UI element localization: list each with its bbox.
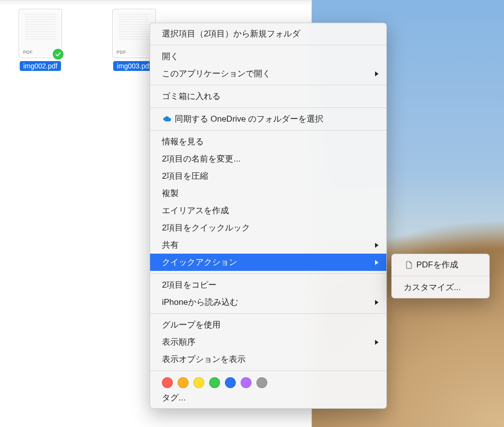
pdf-thumbnail: PDF [19, 9, 62, 58]
tag-color-gray[interactable] [256, 377, 267, 388]
menu-duplicate[interactable]: 複製 [150, 185, 386, 202]
menu-open[interactable]: 開く [150, 48, 386, 65]
tag-color-green[interactable] [209, 377, 220, 388]
menu-separator [150, 107, 386, 108]
submenu-arrow-icon [375, 300, 378, 305]
menu-separator [150, 273, 386, 274]
submenu-arrow-icon [375, 243, 378, 248]
menu-quick-look[interactable]: 2項目をクイックルック [150, 219, 386, 236]
file-name-label: img003.pdf [113, 61, 154, 71]
menu-use-groups[interactable]: グループを使用 [150, 316, 386, 333]
menu-open-with[interactable]: このアプリケーションで開く [150, 65, 386, 82]
menu-separator [150, 85, 386, 85]
menu-get-info[interactable]: 情報を見る [150, 133, 386, 150]
menu-sort-by[interactable]: 表示順序 [150, 333, 386, 351]
menu-show-view-options[interactable]: 表示オプションを表示 [150, 351, 386, 368]
menu-import-from-iphone[interactable]: iPhoneから読み込む [150, 294, 386, 311]
tag-color-orange[interactable] [178, 377, 189, 388]
submenu-arrow-icon [375, 260, 378, 265]
submenu-create-pdf[interactable]: PDFを作成 [392, 256, 489, 273]
finder-toolbar-edge [0, 0, 312, 4]
sync-check-icon [52, 48, 64, 61]
menu-quick-actions[interactable]: クイックアクション [150, 254, 386, 271]
file-type-badge: PDF [117, 50, 126, 55]
menu-onedrive-sync[interactable]: 同期する OneDrive のフォルダーを選択 [150, 110, 386, 128]
file-item[interactable]: PDF img002.pdf [17, 9, 64, 71]
menu-separator [392, 276, 489, 276]
file-type-badge: PDF [23, 50, 33, 55]
menu-separator [150, 370, 386, 371]
submenu-customize[interactable]: カスタマイズ... [392, 279, 489, 296]
menu-copy[interactable]: 2項目をコピー [150, 276, 386, 294]
menu-new-folder-from-selection[interactable]: 選択項目（2項目）から新規フォルダ [150, 25, 386, 42]
menu-tags[interactable]: タグ... [150, 389, 386, 406]
tag-color-blue[interactable] [225, 377, 236, 388]
menu-share[interactable]: 共有 [150, 236, 386, 254]
pdf-document-icon [404, 261, 414, 269]
file-name-label: img002.pdf [20, 61, 61, 71]
tag-color-purple[interactable] [241, 377, 252, 388]
pdf-thumbnail: PDF [112, 9, 156, 58]
submenu-arrow-icon [375, 71, 378, 76]
context-menu: 選択項目（2項目）から新規フォルダ 開く このアプリケーションで開く ゴミ箱に入… [150, 23, 387, 409]
menu-separator [150, 45, 386, 45]
menu-rename[interactable]: 2項目の名前を変更... [150, 150, 386, 167]
menu-separator [150, 313, 386, 314]
tag-color-row [150, 373, 386, 389]
menu-move-to-trash[interactable]: ゴミ箱に入れる [150, 88, 386, 105]
quick-actions-submenu: PDFを作成 カスタマイズ... [391, 254, 490, 298]
tag-color-red[interactable] [162, 377, 173, 388]
submenu-arrow-icon [375, 340, 378, 345]
onedrive-cloud-icon [162, 116, 173, 122]
menu-separator [150, 130, 386, 131]
menu-make-alias[interactable]: エイリアスを作成 [150, 202, 386, 219]
tag-color-yellow[interactable] [193, 377, 204, 388]
menu-compress[interactable]: 2項目を圧縮 [150, 167, 386, 185]
